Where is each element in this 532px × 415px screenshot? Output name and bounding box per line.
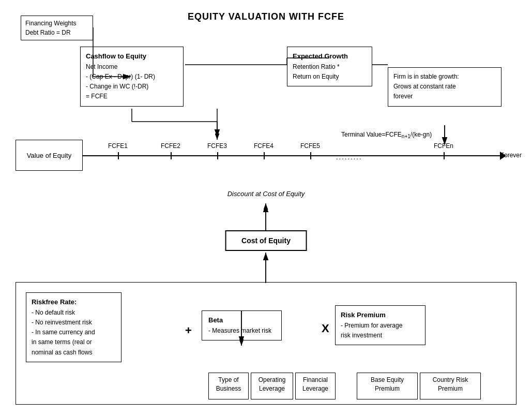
tick-fcfen [444,152,445,159]
riskfree-line4: in same terms (real or [32,337,116,347]
operating-leverage-label: OperatingLeverage [259,376,286,392]
risk-premium-title: Risk Premium [341,310,420,321]
label-fcfe4: FCFE4 [254,142,273,150]
riskfree-box: Riskfree Rate: - No default risk - No re… [26,292,121,362]
cashflow-title: Cashflow to Equity [86,51,178,62]
discount-label: Discount at Cost of Equity [0,190,532,198]
type-of-business-box: Type ofBusiness [208,373,249,399]
country-risk-premium-label: Country RiskPremium [433,376,468,392]
riskfree-line2: - No reinvestment risk [32,318,116,328]
cashflow-line4: = FCFE [86,92,178,101]
type-of-business-label: Type ofBusiness [216,376,241,392]
stable-growth-line2: Grows at constant rate [393,82,496,92]
cashflow-line3: - Change in WC (!-DR) [86,82,178,92]
label-fcfe3: FCFE3 [207,142,227,150]
riskfree-line5: nominal as cash flows [32,348,116,358]
tick-fcfe2 [171,152,172,159]
expected-growth-title: Expected Growth [293,51,367,62]
beta-title: Beta [208,315,275,326]
expected-growth-line2: Return on Equity [293,72,367,82]
financing-line1: Financing Weights [25,20,77,27]
cost-equity-box: Cost of Equity [225,230,307,251]
financial-leverage-box: FinancialLeverage [295,373,336,399]
label-fcfe1: FCFE1 [108,142,128,150]
tick-fcfe3 [217,152,218,159]
expected-growth-line1: Retention Ratio * [293,62,367,72]
label-fcfen: FCFEn [434,142,453,150]
timeline-dots: ......... [336,153,362,161]
terminal-value-label: Terminal Value=FCFEn+1/(ke-gn) [341,131,432,139]
value-equity-box: Value of Equity [16,140,83,171]
discount-text: Discount at Cost of Equity [227,190,305,198]
expected-growth-box: Expected Growth Retention Ratio * Return… [287,47,372,86]
cost-equity-label: Cost of Equity [241,236,291,245]
plus-sign: + [185,324,192,337]
operating-leverage-box: OperatingLeverage [251,373,293,399]
cashflow-line2: - (Cap Ex - Depr) (1- DR) [86,72,178,82]
country-risk-premium-box: Country RiskPremium [420,373,481,399]
risk-premium-line2: risk investment [341,331,420,340]
financing-weights-box: Financing Weights Debt Ratio = DR [21,16,93,40]
riskfree-title: Riskfree Rate: [32,297,116,308]
stable-growth-line3: forever [393,92,496,101]
tick-fcfe1 [118,152,119,159]
financial-leverage-label: FinancialLeverage [302,376,328,392]
forever-label: Forever [500,152,522,159]
timeline-line [83,155,504,156]
financing-line2: Debt Ratio = DR [25,29,71,36]
risk-premium-box: Risk Premium - Premium for average risk … [335,305,425,345]
times-sign: X [322,322,329,335]
base-equity-premium-label: Base EquityPremium [371,376,404,392]
beta-line: - Measures market risk [208,326,275,336]
riskfree-line3: - In same currency and [32,328,116,337]
beta-box: Beta - Measures market risk [202,310,282,340]
tick-fcfe5 [310,152,311,159]
tick-fcfe4 [264,152,265,159]
value-equity-label: Value of Equity [27,152,71,159]
stable-growth-box: Firm is in stable growth: Grows at const… [388,67,501,107]
cashflow-line1: Net Income [86,62,178,72]
label-fcfe5: FCFE5 [300,142,320,150]
risk-premium-line1: - Premium for average [341,321,420,331]
page-container: EQUITY VALUATION WITH FCFE Financing Wei… [0,0,532,415]
label-fcfe2: FCFE2 [161,142,180,150]
base-equity-premium-box: Base EquityPremium [357,373,418,399]
riskfree-line1: - No default risk [32,308,116,318]
cashflow-box: Cashflow to Equity Net Income - (Cap Ex … [80,47,184,107]
stable-growth-line1: Firm is in stable growth: [393,72,496,82]
